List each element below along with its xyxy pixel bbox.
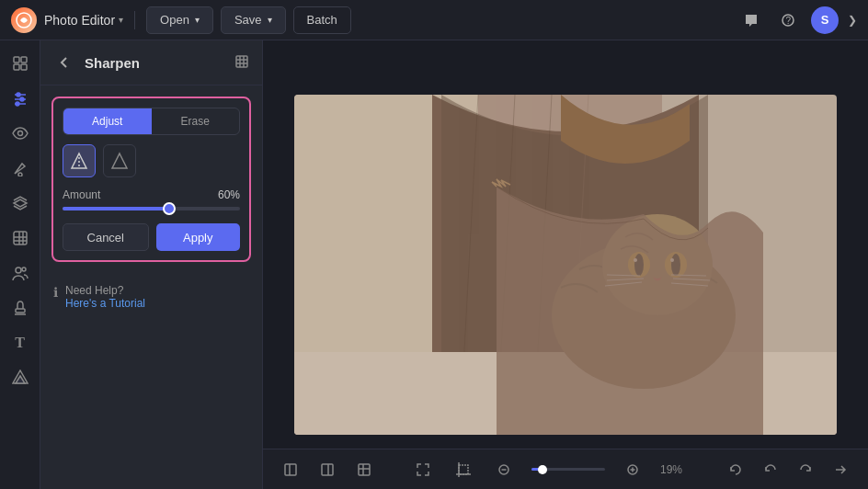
sidebar-icon-grid2[interactable] — [5, 222, 36, 254]
sidebar-icon-sliders[interactable] — [5, 83, 36, 114]
help-section: ℹ Need Help? Here's a Tutorial — [40, 273, 262, 321]
svg-rect-26 — [236, 56, 247, 67]
zoom-slider[interactable] — [531, 468, 605, 471]
sidebar-icon-layers[interactable] — [5, 188, 36, 219]
bookmark-icon[interactable] — [234, 54, 249, 72]
main-area: T Sharpen — [0, 40, 868, 489]
undo-icon[interactable] — [758, 457, 783, 483]
slider-fill — [63, 207, 169, 210]
tab-adjust[interactable]: Adjust — [63, 108, 152, 134]
reset-icon[interactable] — [723, 457, 748, 483]
adjust-erase-tabs: Adjust Erase — [63, 108, 240, 135]
app-title-group[interactable]: Photo Editor ▾ — [44, 13, 123, 28]
sidebar-icon-eye[interactable] — [5, 118, 36, 149]
amount-value: 60% — [218, 188, 240, 201]
zoom-value: 19% — [660, 463, 690, 476]
svg-point-14 — [18, 173, 22, 176]
tab-erase[interactable]: Erase — [152, 108, 240, 134]
canvas-container — [294, 95, 837, 435]
bottom-left-icons — [278, 457, 377, 483]
sharpen-box: Adjust Erase Amount — [51, 97, 251, 262]
svg-point-20 — [16, 267, 21, 273]
adjust-bottom-icon[interactable] — [314, 457, 340, 483]
amount-label: Amount — [63, 188, 100, 201]
svg-point-8 — [17, 93, 20, 97]
svg-rect-4 — [21, 57, 27, 63]
brush-option-2[interactable] — [103, 144, 136, 177]
grid-bottom-icon[interactable] — [351, 457, 377, 483]
redo-icon[interactable] — [793, 457, 818, 483]
crop-icon[interactable] — [451, 457, 476, 483]
svg-point-13 — [17, 131, 22, 136]
help-icon-btn[interactable]: ? — [774, 6, 802, 34]
brush-options — [63, 144, 240, 177]
avatar[interactable]: S — [811, 6, 839, 34]
svg-rect-60 — [359, 464, 370, 475]
sidebar-icons: T — [0, 40, 40, 489]
zoom-minus-icon[interactable] — [491, 457, 517, 483]
back-button[interactable] — [53, 51, 75, 74]
panel-title: Sharpen — [85, 55, 225, 71]
zoom-thumb — [538, 465, 547, 474]
topbar: Photo Editor ▾ Open ▾ Save ▾ Batch ? S ❯ — [0, 0, 868, 40]
svg-marker-33 — [112, 154, 127, 168]
svg-rect-58 — [322, 464, 333, 475]
svg-point-12 — [16, 102, 19, 106]
app-title: Photo Editor — [44, 13, 115, 28]
svg-rect-63 — [459, 465, 468, 474]
panel-header: Sharpen — [40, 40, 262, 85]
tool-panel: Sharpen Adjust Erase — [40, 40, 263, 489]
amount-slider-track[interactable] — [63, 207, 240, 210]
apply-button[interactable]: Apply — [156, 223, 241, 251]
help-text: Need Help? Here's a Tutorial — [65, 284, 145, 310]
sidebar-icon-filter[interactable] — [5, 362, 36, 393]
topbar-divider1 — [134, 11, 135, 29]
cancel-button[interactable]: Cancel — [63, 223, 149, 251]
slider-thumb[interactable] — [163, 202, 176, 215]
svg-rect-22 — [16, 309, 25, 313]
sidebar-icon-text[interactable]: T — [5, 327, 36, 358]
cat-image — [294, 95, 837, 435]
open-button[interactable]: Open ▾ — [146, 6, 213, 34]
help-line1: Need Help? — [65, 284, 145, 297]
brush-option-1[interactable] — [63, 144, 96, 177]
expand-icon[interactable]: ❯ — [848, 14, 857, 27]
sidebar-icon-brush[interactable] — [5, 153, 36, 184]
bottom-bar: 19% — [263, 449, 868, 489]
fit-icon[interactable] — [410, 457, 436, 483]
amount-slider-row: Amount 60% — [63, 188, 240, 201]
save-button[interactable]: Save ▾ — [221, 6, 286, 34]
sidebar-icon-people[interactable] — [5, 257, 36, 289]
svg-rect-6 — [21, 64, 27, 70]
svg-rect-56 — [285, 464, 296, 475]
chat-icon-btn[interactable] — [737, 6, 765, 34]
forward-icon[interactable] — [828, 457, 853, 483]
layers-bottom-icon[interactable] — [278, 457, 303, 483]
action-buttons: Cancel Apply — [63, 223, 240, 251]
app-logo[interactable] — [11, 7, 37, 33]
svg-text:?: ? — [786, 16, 792, 26]
sidebar-icon-grid[interactable] — [5, 48, 36, 79]
svg-rect-5 — [14, 64, 19, 70]
svg-point-21 — [22, 267, 26, 271]
sidebar-icon-stamp[interactable] — [5, 292, 36, 324]
svg-rect-15 — [14, 232, 27, 244]
bottom-right-icons — [723, 457, 853, 483]
svg-rect-3 — [14, 57, 19, 63]
batch-button[interactable]: Batch — [293, 6, 351, 34]
help-tutorial-link[interactable]: Here's a Tutorial — [65, 297, 145, 310]
app-title-chevron: ▾ — [119, 15, 123, 25]
canvas-area: 19% — [263, 40, 868, 489]
help-info-icon: ℹ — [53, 285, 58, 300]
svg-point-10 — [20, 97, 24, 101]
zoom-plus-icon[interactable] — [620, 457, 645, 483]
topbar-right: ? S ❯ — [737, 6, 857, 34]
